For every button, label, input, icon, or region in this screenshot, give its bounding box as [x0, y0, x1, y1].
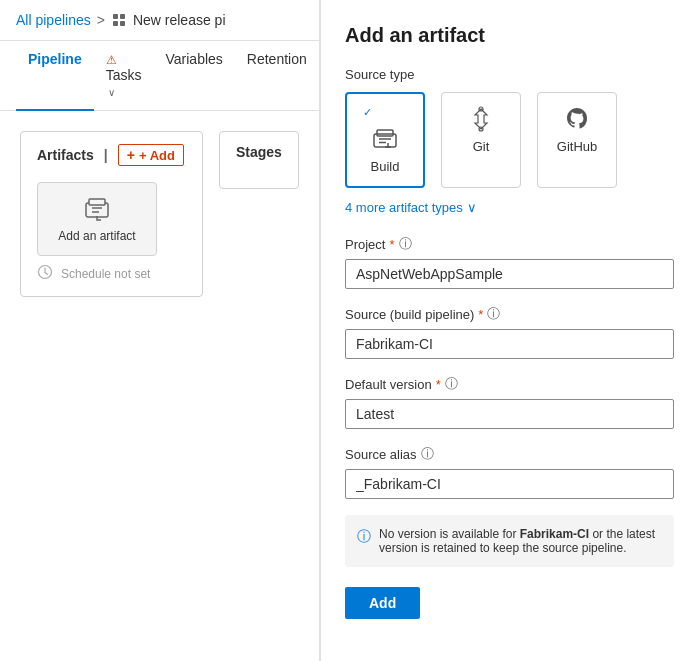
stages-label: Stages	[236, 144, 282, 160]
add-artifact-button[interactable]: + + Add	[118, 144, 184, 166]
pipeline-name: New release pi	[133, 12, 226, 28]
stages-header: Stages	[236, 144, 282, 160]
all-pipelines-link[interactable]: All pipelines	[16, 12, 91, 28]
build-check-icon: ✓	[363, 106, 372, 119]
nav-tabs: Pipeline ⚠ Tasks ∨ Variables Retention	[0, 41, 319, 111]
tab-variables[interactable]: Variables	[153, 41, 234, 111]
svg-rect-2	[113, 21, 118, 26]
artifacts-section: Artifacts | + + Add	[20, 131, 203, 297]
info-box-icon: ⓘ	[357, 528, 371, 546]
svg-rect-3	[120, 21, 125, 26]
more-types-text: 4 more artifact types	[345, 200, 463, 215]
tasks-warning-icon: ⚠	[106, 53, 117, 67]
pipeline-icon	[111, 12, 127, 28]
clock-icon	[37, 264, 53, 284]
project-info-icon[interactable]: ⓘ	[399, 235, 412, 253]
source-alias-field-label: Source alias ⓘ	[345, 445, 674, 463]
source-pipeline-field-label: Source (build pipeline) * ⓘ	[345, 305, 674, 323]
build-source-icon	[371, 125, 399, 153]
artifacts-label: Artifacts	[37, 147, 94, 163]
artifact-card[interactable]: Add an artifact	[37, 182, 157, 256]
github-label: GitHub	[557, 139, 597, 154]
info-message-text: No version is available for Fabrikam-CI …	[379, 527, 662, 555]
left-panel: All pipelines > New release pi Pipeline …	[0, 0, 320, 661]
schedule-label: Schedule not set	[61, 267, 150, 281]
source-type-build[interactable]: ✓ Build	[345, 92, 425, 188]
project-required-star: *	[389, 237, 394, 252]
source-pipeline-required-star: *	[478, 307, 483, 322]
svg-line-10	[45, 273, 48, 275]
source-type-github[interactable]: GitHub	[537, 92, 617, 188]
add-submit-button[interactable]: Add	[345, 587, 420, 619]
git-label: Git	[473, 139, 490, 154]
default-version-required-star: *	[436, 377, 441, 392]
source-alias-info-icon[interactable]: ⓘ	[421, 445, 434, 463]
default-version-field-label: Default version * ⓘ	[345, 375, 674, 393]
pipeline-layout: Artifacts | + + Add	[20, 131, 299, 297]
source-type-label: Source type	[345, 67, 674, 82]
right-panel: Add an artifact Source type ✓ Build	[320, 0, 698, 661]
tasks-chevron-icon: ∨	[108, 87, 115, 98]
source-pipeline-info-icon[interactable]: ⓘ	[487, 305, 500, 323]
default-version-input[interactable]	[345, 399, 674, 429]
tab-tasks[interactable]: ⚠ Tasks ∨	[94, 41, 154, 111]
panel-title: Add an artifact	[345, 24, 674, 47]
svg-rect-5	[89, 199, 105, 205]
artifact-build-icon	[83, 195, 111, 223]
build-label: Build	[371, 159, 400, 174]
more-types-chevron-icon: ∨	[467, 200, 477, 215]
tab-retention[interactable]: Retention	[235, 41, 319, 111]
svg-rect-12	[377, 130, 393, 136]
stages-section: Stages	[219, 131, 299, 189]
svg-rect-0	[113, 14, 118, 19]
info-message-box: ⓘ No version is available for Fabrikam-C…	[345, 515, 674, 567]
artifacts-header: Artifacts | + + Add	[37, 144, 186, 166]
git-source-icon	[467, 105, 495, 133]
breadcrumb-separator: >	[97, 12, 105, 28]
tab-pipeline[interactable]: Pipeline	[16, 41, 94, 111]
pipeline-content: Artifacts | + + Add	[0, 111, 319, 661]
github-source-icon	[563, 105, 591, 133]
more-types-link[interactable]: 4 more artifact types ∨	[345, 200, 674, 215]
source-pipeline-input[interactable]	[345, 329, 674, 359]
breadcrumb-bar: All pipelines > New release pi	[0, 0, 319, 41]
schedule-section[interactable]: Schedule not set	[37, 264, 186, 284]
svg-rect-1	[120, 14, 125, 19]
add-button-label: + Add	[139, 148, 175, 163]
default-version-info-icon[interactable]: ⓘ	[445, 375, 458, 393]
source-type-git[interactable]: Git	[441, 92, 521, 188]
project-input[interactable]	[345, 259, 674, 289]
plus-icon: +	[127, 147, 135, 163]
source-alias-input[interactable]	[345, 469, 674, 499]
artifact-card-label: Add an artifact	[58, 229, 135, 243]
source-type-row: ✓ Build	[345, 92, 674, 188]
project-field-label: Project * ⓘ	[345, 235, 674, 253]
